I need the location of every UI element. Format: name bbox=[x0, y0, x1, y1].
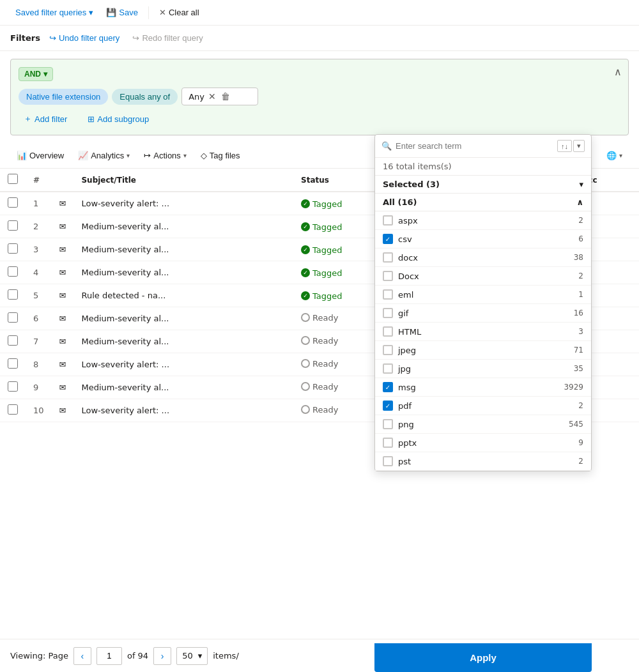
status-ready: Ready bbox=[301, 405, 338, 415]
item-checkbox[interactable] bbox=[383, 345, 393, 355]
dropdown-item[interactable]: jpeg 71 bbox=[375, 341, 591, 360]
row-subject: Medium-severity al... bbox=[73, 330, 293, 353]
row-icon: ✉ bbox=[52, 215, 74, 238]
dropdown-item[interactable]: png 545 bbox=[375, 415, 591, 434]
item-count: 1 bbox=[558, 290, 583, 299]
chevron-up-icon: ∧ bbox=[576, 197, 583, 207]
dropdown-item[interactable]: eml 1 bbox=[375, 286, 591, 304]
item-name: msg bbox=[398, 383, 416, 392]
row-checkbox[interactable] bbox=[8, 312, 18, 323]
item-checkbox[interactable] bbox=[383, 271, 393, 281]
row-num: 5 bbox=[26, 284, 52, 307]
chevron-down-icon: ▾ bbox=[183, 152, 187, 159]
save-button[interactable]: 💾 Save bbox=[101, 5, 143, 20]
row-num: 1 bbox=[26, 192, 52, 215]
chevron-down-icon: ▾ bbox=[127, 152, 130, 159]
saved-filter-queries-button[interactable]: Saved filter queries ▾ bbox=[10, 5, 98, 20]
filter-operator-chip[interactable]: Equals any of bbox=[112, 89, 178, 105]
row-icon: ✉ bbox=[52, 261, 74, 284]
dropdown-item[interactable]: pst 2 bbox=[375, 452, 591, 471]
row-checkbox[interactable] bbox=[8, 335, 18, 346]
item-checkbox[interactable] bbox=[383, 289, 393, 300]
filter-actions: ＋ Add filter ⊞ Add subgroup bbox=[19, 111, 620, 127]
item-checkbox[interactable] bbox=[383, 326, 393, 337]
item-checkbox[interactable] bbox=[383, 382, 393, 392]
item-checkbox[interactable] bbox=[383, 456, 393, 466]
item-checkbox[interactable] bbox=[383, 308, 393, 318]
selected-header[interactable]: Selected (3) ▾ bbox=[375, 176, 591, 194]
item-name: eml bbox=[398, 290, 413, 300]
clear-all-button[interactable]: ✕ Clear all bbox=[154, 5, 204, 20]
collapse-group-button[interactable]: ∧ bbox=[614, 66, 622, 78]
globe-button[interactable]: 🌐 ▾ bbox=[600, 147, 629, 164]
chevron-down-icon: ▾ bbox=[619, 152, 622, 159]
overview-button[interactable]: 📊 Overview bbox=[10, 147, 70, 164]
analytics-button[interactable]: 📈 Analytics ▾ bbox=[72, 147, 136, 164]
redo-button[interactable]: ↪ Redo filter query bbox=[128, 31, 206, 45]
dropdown-item[interactable]: pdf 2 bbox=[375, 397, 591, 415]
item-checkbox[interactable] bbox=[383, 363, 393, 374]
row-subject: Rule detected - na... bbox=[73, 284, 293, 307]
item-checkbox[interactable] bbox=[383, 438, 393, 448]
dropdown-item[interactable]: msg 3929 bbox=[375, 378, 591, 397]
row-checkbox[interactable] bbox=[8, 404, 18, 415]
row-checkbox[interactable] bbox=[8, 220, 18, 231]
subgroup-icon: ⊞ bbox=[88, 114, 95, 124]
delete-filter-button[interactable]: 🗑 bbox=[220, 91, 231, 102]
row-checkbox[interactable] bbox=[8, 197, 18, 208]
actions-button[interactable]: ↦ Actions ▾ bbox=[137, 147, 193, 164]
row-icon: ✉ bbox=[52, 399, 74, 422]
sort-direction-button[interactable]: ▾ bbox=[573, 140, 585, 152]
row-checkbox[interactable] bbox=[8, 289, 18, 300]
item-checkbox[interactable] bbox=[383, 401, 393, 411]
status-green-dot bbox=[301, 222, 310, 231]
status-tagged: Tagged bbox=[301, 222, 343, 232]
prev-page-button[interactable]: ‹ bbox=[73, 647, 91, 665]
filter-row: Native file extension Equals any of Any … bbox=[19, 88, 620, 105]
row-checkbox[interactable] bbox=[8, 243, 18, 254]
viewing-label: Viewing: Page bbox=[10, 651, 68, 661]
item-checkbox[interactable] bbox=[383, 252, 393, 263]
item-checkbox[interactable] bbox=[383, 234, 393, 244]
dropdown-list: aspx 2 csv 6 docx 38 Docx 2 eml 1 gif 16… bbox=[375, 211, 591, 471]
filters-label: Filters bbox=[10, 33, 40, 43]
filter-type-chip[interactable]: Native file extension bbox=[19, 89, 108, 105]
status-green-dot bbox=[301, 268, 310, 277]
item-checkbox[interactable] bbox=[383, 215, 393, 225]
and-toggle-button[interactable]: AND ▾ bbox=[19, 67, 53, 81]
undo-button[interactable]: ↩ Undo filter query bbox=[45, 31, 123, 45]
page-number-input[interactable] bbox=[96, 647, 122, 665]
apply-button[interactable]: Apply bbox=[374, 643, 592, 672]
dropdown-item[interactable]: csv 6 bbox=[375, 230, 591, 248]
row-subject: Low-severity alert: ... bbox=[73, 192, 293, 215]
item-checkbox[interactable] bbox=[383, 419, 393, 429]
add-filter-button[interactable]: ＋ Add filter bbox=[19, 111, 72, 127]
dropdown-item[interactable]: Docx 2 bbox=[375, 267, 591, 286]
sort-asc-button[interactable]: ↑↓ bbox=[557, 140, 572, 152]
file-extension-dropdown: 🔍 ↑↓ ▾ 16 total items(s) Selected (3) ▾ … bbox=[374, 134, 592, 471]
items-label: items/ bbox=[213, 651, 239, 661]
tag-files-button[interactable]: ◇ Tag files bbox=[194, 147, 247, 164]
dropdown-item[interactable]: aspx 2 bbox=[375, 211, 591, 230]
clear-value-button[interactable]: ✕ bbox=[207, 91, 217, 102]
dropdown-item[interactable]: HTML 3 bbox=[375, 323, 591, 341]
dropdown-item[interactable]: gif 16 bbox=[375, 304, 591, 323]
filter-value-box[interactable]: Any ✕ 🗑 bbox=[181, 88, 258, 105]
select-all-checkbox[interactable] bbox=[8, 174, 18, 184]
row-checkbox[interactable] bbox=[8, 266, 18, 277]
item-name: aspx bbox=[398, 216, 418, 225]
row-checkbox[interactable] bbox=[8, 381, 18, 392]
row-checkbox[interactable] bbox=[8, 358, 18, 369]
all-header[interactable]: All (16) ∧ bbox=[375, 194, 591, 211]
dropdown-item[interactable]: jpg 35 bbox=[375, 360, 591, 378]
row-subject: Low-severity alert: ... bbox=[73, 353, 293, 376]
row-num: 6 bbox=[26, 307, 52, 330]
add-subgroup-button[interactable]: ⊞ Add subgroup bbox=[82, 111, 154, 127]
items-per-page-selector[interactable]: 50 ▾ bbox=[176, 647, 208, 665]
item-name: pst bbox=[398, 457, 411, 466]
status-gray-dot bbox=[301, 382, 310, 391]
dropdown-item[interactable]: docx 38 bbox=[375, 248, 591, 267]
search-input[interactable] bbox=[396, 141, 553, 151]
dropdown-item[interactable]: pptx 9 bbox=[375, 434, 591, 452]
next-page-button[interactable]: › bbox=[153, 647, 171, 665]
